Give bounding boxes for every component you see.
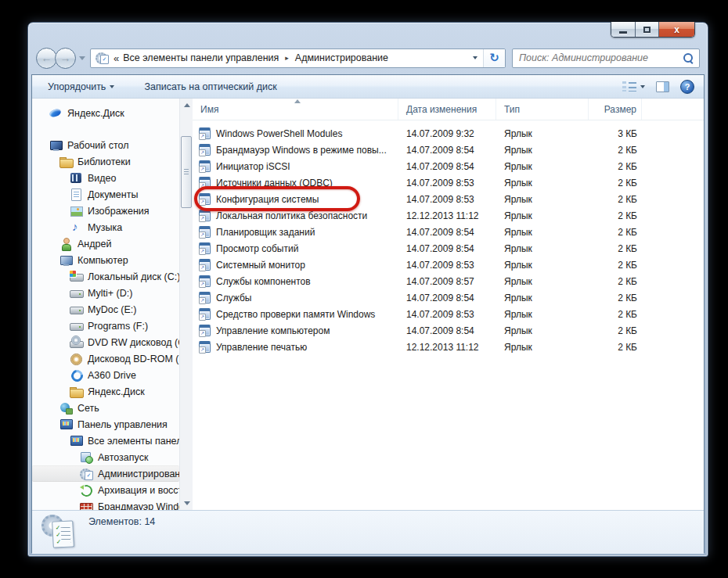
maximize-button[interactable]	[635, 22, 658, 37]
file-row[interactable]: Службы компонентов14.07.2009 8:57Ярлык2 …	[193, 273, 704, 289]
file-row[interactable]: Службы14.07.2009 8:54Ярлык2 КБ	[193, 289, 704, 306]
sidebar-item-all-cpl-items[interactable]: Все элементы панели управления	[32, 433, 179, 449]
breadcrumb-item-root[interactable]: Все элементы панели управления	[123, 52, 279, 63]
scroll-up-button[interactable]	[180, 99, 193, 112]
file-name: Источники данных (ODBC)	[216, 178, 333, 188]
file-type: Ярлык	[496, 178, 589, 188]
sidebar-item-video[interactable]: Видео	[32, 170, 179, 186]
client-area: Упорядочить Записать на оптический диск …	[31, 74, 705, 553]
file-date: 12.12.2013 11:12	[398, 210, 496, 221]
preview-pane-icon[interactable]	[656, 81, 669, 92]
sidebar-scrollbar[interactable]	[179, 99, 193, 510]
shortcut-icon	[199, 259, 211, 271]
sidebar-item-documents[interactable]: Документы	[32, 186, 179, 203]
sidebar-item-yandex-disk-fav[interactable]: Яндекс.Диск	[32, 105, 179, 121]
file-row[interactable]: Конфигурация системы14.07.2009 8:53Ярлык…	[193, 191, 704, 207]
file-name: Windows PowerShell Modules	[216, 128, 342, 139]
network-icon	[59, 402, 73, 415]
drive-icon	[70, 320, 83, 332]
breadcrumb-separator-icon[interactable]: ▸	[285, 54, 289, 62]
recent-pages-dropdown[interactable]	[79, 56, 85, 60]
sidebar-item-a360-drive[interactable]: A360 Drive	[32, 367, 179, 383]
back-icon: ←	[41, 52, 52, 64]
file-row[interactable]: Просмотр событий14.07.2009 8:54Ярлык2 КБ	[193, 240, 704, 257]
file-type: Ярлык	[496, 260, 589, 271]
disc-icon	[70, 353, 83, 365]
sidebar-item-firewall[interactable]: Брандмауэр Windows	[32, 498, 179, 510]
file-date: 14.07.2009 8:54	[398, 145, 496, 156]
shortcut-icon	[199, 292, 211, 304]
file-row[interactable]: Инициатор iSCSI14.07.2009 8:54Ярлык2 КБ	[193, 158, 704, 174]
sidebar-item-autorun[interactable]: Автозапуск	[32, 449, 179, 465]
shortcut-icon	[199, 127, 211, 140]
scrollbar-thumb[interactable]	[181, 136, 192, 208]
help-icon[interactable]: ?	[680, 80, 694, 94]
sidebar-item-label: Programs (F:)	[88, 321, 148, 332]
file-name: Управление компьютером	[216, 325, 330, 336]
window-controls: x	[611, 22, 695, 38]
file-type: Ярлык	[496, 293, 589, 303]
address-dropdown-button[interactable]	[467, 49, 483, 67]
change-view-button[interactable]	[622, 81, 645, 92]
sidebar-item-local-disk-c[interactable]: Локальный диск (C:)	[32, 268, 179, 285]
sidebar-item-network[interactable]: Сеть	[32, 400, 179, 416]
sidebar-item-computer[interactable]: Компьютер	[32, 252, 179, 268]
file-size: 2 КБ	[589, 325, 642, 336]
search-icon[interactable]	[683, 52, 694, 64]
drive-icon	[70, 303, 83, 316]
chevron-down-icon	[473, 56, 478, 59]
minimize-button[interactable]	[611, 22, 635, 37]
file-row[interactable]: Управление компьютером14.07.2009 8:54Ярл…	[193, 322, 704, 339]
file-row[interactable]: Средство проверки памяти Windows14.07.20…	[193, 306, 704, 322]
file-row[interactable]: Планировщик заданий14.07.2009 8:54Ярлык2…	[193, 224, 704, 240]
file-row[interactable]: Управление печатью12.12.2013 11:12Ярлык2…	[193, 339, 704, 355]
title-bar[interactable]: x	[31, 23, 705, 46]
file-type: Ярлык	[496, 342, 589, 353]
file-row[interactable]: Брандмауэр Windows в режиме повы...14.07…	[193, 142, 704, 158]
file-size: 2 КБ	[589, 260, 642, 271]
file-row[interactable]: Локальная политика безопасности12.12.201…	[193, 207, 704, 224]
close-button[interactable]: x	[658, 22, 694, 37]
sidebar-item-desktop[interactable]: Рабочий стол	[32, 137, 179, 153]
column-header-type[interactable]: Тип	[496, 99, 589, 120]
file-date: 14.07.2009 8:54	[398, 161, 496, 172]
column-header-date[interactable]: Дата изменения	[398, 99, 496, 120]
file-type: Ярлык	[496, 194, 589, 205]
folder-icon	[70, 386, 83, 398]
autorun-icon	[80, 451, 93, 464]
breadcrumb-collapse-icon[interactable]: «	[114, 52, 119, 64]
address-bar[interactable]: « Все элементы панели управления ▸ Админ…	[90, 48, 506, 68]
organize-button[interactable]: Упорядочить	[41, 79, 121, 95]
burn-disc-button[interactable]: Записать на оптический диск	[138, 79, 283, 95]
sidebar-item-disk-d[interactable]: Mylti+ (D:)	[32, 285, 179, 301]
file-row[interactable]: Системный монитор14.07.2009 8:53Ярлык2 К…	[193, 257, 704, 273]
sidebar-item-bdrom-h[interactable]: Дисковод BD-ROM (H	[32, 350, 179, 367]
back-button[interactable]: ←	[36, 48, 57, 69]
sidebar-item-user-andrey[interactable]: Андрей	[32, 235, 179, 252]
sidebar-item-pictures[interactable]: Изображения	[32, 203, 179, 219]
file-row[interactable]: Windows PowerShell Modules14.07.2009 9:3…	[193, 125, 704, 142]
cpanel-icon	[59, 418, 73, 431]
sidebar-item-control-panel[interactable]: Панель управления	[32, 416, 179, 433]
file-size: 2 КБ	[589, 309, 642, 320]
sidebar-item-music[interactable]: Музыка	[32, 219, 179, 235]
shortcut-icon	[199, 160, 211, 173]
sidebar-item-disk-e[interactable]: MyDoc (E:)	[32, 301, 179, 318]
file-size: 2 КБ	[589, 227, 642, 238]
sidebar-item-admin-tools[interactable]: Администрирование	[32, 465, 179, 482]
scroll-down-button[interactable]	[180, 497, 193, 510]
sidebar-item-disk-f[interactable]: Programs (F:)	[32, 318, 179, 334]
shortcut-icon	[199, 325, 211, 337]
sidebar-item-label: Видео	[88, 173, 117, 184]
file-row[interactable]: Источники данных (ODBC)14.07.2009 8:53Яр…	[193, 174, 704, 191]
breadcrumb-item-current[interactable]: Администрирование	[295, 52, 388, 63]
search-input[interactable]	[517, 52, 683, 64]
sidebar-item-backup[interactable]: Архивация и восстановление	[32, 482, 179, 498]
sidebar-item-label: Рабочий стол	[67, 140, 128, 151]
forward-button[interactable]: →	[55, 48, 76, 69]
refresh-button[interactable]: ↻	[484, 49, 505, 67]
sidebar-item-dvd-g[interactable]: DVD RW дисковод (G:	[32, 334, 179, 350]
sidebar-item-libraries[interactable]: Библиотеки	[32, 153, 179, 170]
sidebar-item-yandex-disk-folder[interactable]: Яндекс.Диск	[32, 383, 179, 400]
column-header-size[interactable]: Размер	[589, 99, 642, 120]
